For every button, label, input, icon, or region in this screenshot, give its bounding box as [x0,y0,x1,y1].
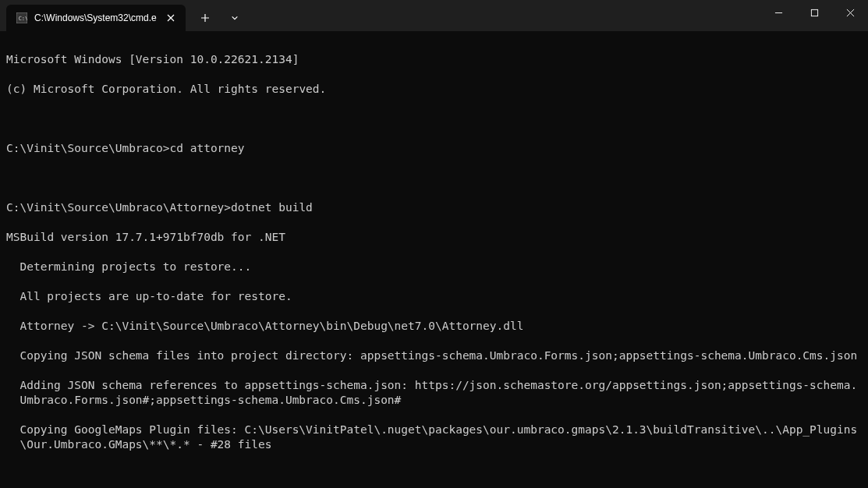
window-controls [760,0,868,31]
command-text: cd attorney [170,142,245,154]
terminal-line: Copying JSON schema files into project d… [6,348,862,363]
terminal-line: Determining projects to restore... [6,260,862,274]
tab-title: C:\Windows\System32\cmd.e [34,12,158,23]
tab-close-button[interactable] [164,11,178,25]
titlebar: C:\ C:\Windows\System32\cmd.e [0,0,868,31]
terminal-line [6,171,862,186]
terminal-line: (c) Microsoft Corporation. All rights re… [6,82,862,97]
cmd-icon: C:\ [16,12,28,24]
command-text: dotnet build [231,201,313,214]
tabbar-actions [186,0,248,31]
titlebar-drag-area[interactable] [248,0,760,31]
close-window-button[interactable] [832,0,868,25]
prompt: C:\Vinit\Source\Umbraco\Attorney> [6,201,231,214]
tab-dropdown-button[interactable] [221,6,248,30]
terminal-line: MSBuild version 17.7.1+971bf70db for .NE… [6,230,862,245]
terminal-line: C:\Vinit\Source\Umbraco\Attorney>dotnet … [6,200,862,215]
svg-text:C:\: C:\ [19,16,27,22]
terminal-line: All projects are up-to-date for restore. [6,289,862,304]
terminal-output[interactable]: Microsoft Windows [Version 10.0.22621.21… [0,31,868,488]
terminal-line [6,111,862,126]
terminal-line: C:\Vinit\Source\Umbraco>cd attorney [6,141,862,156]
terminal-line: Attorney -> C:\Vinit\Source\Umbraco\Atto… [6,319,862,334]
terminal-line: Copying GoogleMaps Plugin files: C:\User… [6,423,862,452]
maximize-button[interactable] [796,0,832,25]
minimize-button[interactable] [760,0,796,25]
terminal-line: Adding JSON schema references to appsett… [6,378,862,408]
terminal-line: Microsoft Windows [Version 10.0.22621.21… [6,52,862,67]
terminal-line [6,467,862,482]
new-tab-button[interactable] [192,6,218,30]
tab-cmd[interactable]: C:\ C:\Windows\System32\cmd.e [6,5,186,31]
svg-rect-2 [811,9,817,16]
prompt: C:\Vinit\Source\Umbraco> [6,142,170,154]
